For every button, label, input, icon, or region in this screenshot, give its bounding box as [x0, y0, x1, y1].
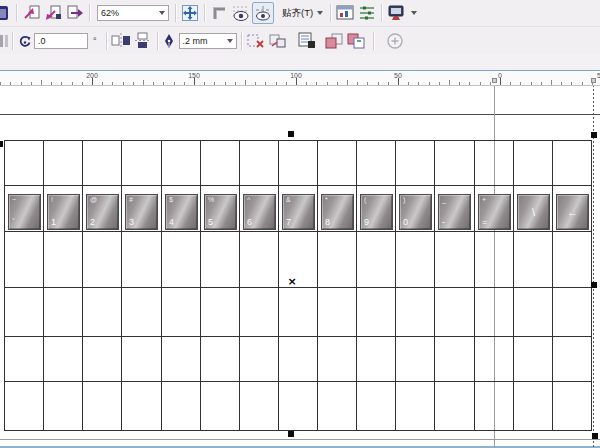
keycap-6[interactable]: ^6 [243, 194, 276, 230]
keycap-8[interactable]: *8 [321, 194, 354, 230]
rotation-angle-value: .0 [38, 36, 46, 46]
ruler-tick [551, 80, 552, 85]
mirror-vertical-icon[interactable] [132, 30, 154, 52]
key-shift-label: $ [169, 196, 173, 204]
ruler-tick [367, 82, 368, 85]
zoom-level-value: 62% [101, 8, 119, 18]
grid-column-line [395, 140, 396, 430]
export-icon[interactable] [42, 2, 64, 24]
selection-handle[interactable] [591, 132, 597, 138]
zoom-level-combo[interactable]: 62% [97, 5, 169, 21]
import-icon[interactable] [20, 2, 42, 24]
key-main-label: 0 [403, 218, 408, 227]
keycap-5[interactable]: %5 [204, 194, 237, 230]
to-front-icon[interactable] [323, 30, 345, 52]
rotate-ccw-icon [16, 30, 34, 52]
outline-pen-icon [161, 30, 177, 52]
to-back-icon[interactable] [345, 30, 367, 52]
grid-row-line [4, 287, 592, 288]
guideline-marker[interactable] [492, 78, 497, 83]
keycap-=[interactable]: += [478, 194, 511, 230]
keycap-7[interactable]: &7 [282, 194, 315, 230]
key-main-label: 9 [364, 218, 369, 227]
ruler-tick [531, 82, 532, 85]
keycap-1[interactable]: !1 [47, 194, 80, 230]
object-properties-icon[interactable] [356, 2, 378, 24]
selection-handle[interactable] [288, 431, 294, 437]
ruler-tick [480, 82, 481, 85]
grid-column-line [513, 140, 514, 430]
outline-width-combo[interactable]: .2 mm [179, 33, 237, 49]
ruler-tick [582, 82, 583, 85]
snap-menu-button[interactable]: 贴齐(T) [278, 7, 327, 20]
separator [381, 4, 382, 22]
separator [204, 4, 205, 22]
key-main-label: - [442, 218, 445, 227]
grid-column-line [317, 140, 318, 430]
order-layers-icon[interactable] [295, 30, 317, 52]
grid-column-line [474, 140, 475, 430]
separator [373, 32, 374, 50]
ruler-tick [21, 82, 22, 85]
rotation-angle-input[interactable]: .0 [34, 33, 88, 49]
selection-handle-partial[interactable] [0, 141, 3, 147]
chevron-down-icon[interactable] [411, 11, 417, 15]
ruler-tick [31, 82, 32, 85]
ruler-label: 150 [188, 72, 200, 80]
launch-display-icon[interactable] [385, 2, 407, 24]
keycap-backslash[interactable]: \ [517, 194, 550, 230]
separator [330, 4, 331, 22]
grid-column-line [121, 140, 122, 430]
key-shift-label: # [129, 196, 133, 204]
chevron-down-icon [159, 11, 165, 15]
export-page-icon[interactable] [64, 2, 86, 24]
mirror-horizontal-icon[interactable] [110, 30, 132, 52]
keycap-`[interactable]: ~` [8, 194, 41, 230]
key-shift-label: * [325, 196, 328, 204]
separator [175, 4, 176, 22]
partial-icon[interactable] [0, 30, 9, 52]
guidelines-toggle-icon[interactable] [252, 2, 274, 24]
grid-column-line [552, 140, 553, 430]
selection-handle[interactable] [591, 282, 597, 288]
keycap-2[interactable]: @2 [86, 194, 119, 230]
guideline-marker[interactable] [591, 78, 596, 83]
grid-row-line [4, 231, 592, 232]
keycap-9[interactable]: (9 [360, 194, 393, 230]
ruler-tick [459, 82, 460, 85]
ruler-tick [255, 82, 256, 85]
delete-dashed-object-icon[interactable] [245, 30, 267, 52]
ruler-tick [316, 82, 317, 85]
extract-subpath-icon[interactable] [267, 30, 289, 52]
keycap-3[interactable]: #3 [125, 194, 158, 230]
ruler-tick [378, 82, 379, 85]
key-shift-label: % [208, 196, 214, 204]
ruler-tick [541, 82, 542, 85]
degree-symbol: ° [93, 36, 97, 46]
horizontal-ruler[interactable]: 20015010050050 [0, 71, 600, 86]
selected-guideline-dashed[interactable] [593, 85, 594, 448]
keycap-backspace[interactable]: ← [556, 194, 589, 230]
selection-handle[interactable] [288, 131, 294, 137]
clipboard-icon[interactable] [0, 2, 13, 24]
ruler-label: 0 [498, 72, 502, 80]
grid-toggle-icon[interactable] [230, 2, 252, 24]
ruler-tick [327, 82, 328, 85]
grid-column-line [82, 140, 83, 430]
ruler-tick [153, 82, 154, 85]
selection-handle[interactable] [592, 433, 598, 439]
ruler-tick [276, 82, 277, 85]
options-dialog-icon[interactable] [334, 2, 356, 24]
ruler-tick [418, 82, 419, 85]
grid-row-line [4, 140, 592, 141]
ruler-tick [357, 82, 358, 85]
ruler-tick [143, 80, 144, 85]
grid-column-line [278, 140, 279, 430]
zoom-to-fit-icon[interactable] [179, 2, 201, 24]
standard-toolbar: 62% 贴齐(T) [0, 0, 600, 27]
keycap--[interactable]: _- [438, 194, 471, 230]
keycap-4[interactable]: $4 [165, 194, 198, 230]
grid-column-line [356, 140, 357, 430]
rulers-toggle-icon[interactable] [208, 2, 230, 24]
keycap-0[interactable]: )0 [399, 194, 432, 230]
